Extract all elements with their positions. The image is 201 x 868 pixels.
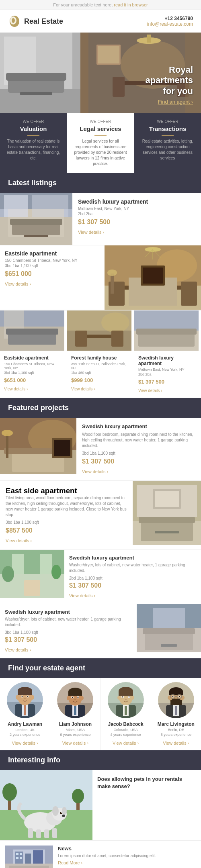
agents-grid: Andry Lawman London, UK 2 years experien… xyxy=(0,678,201,750)
project-2-view-details[interactable]: View details xyxy=(6,538,32,543)
agent-1-name: Andry Lawman xyxy=(3,721,47,727)
svg-rect-189 xyxy=(20,853,22,855)
listing-col-3-details[interactable]: View details xyxy=(138,388,162,393)
interesting-section: Does allowing pets in your rentals make … xyxy=(0,770,201,868)
listing-col-2-details[interactable]: View details xyxy=(71,387,95,391)
project-3-name: Swedish luxury apartment xyxy=(69,555,196,561)
agent-3-experience: 4 years experience xyxy=(104,733,148,737)
interesting-main-image xyxy=(0,770,92,840)
agent-4-view-details[interactable]: View details xyxy=(163,741,189,745)
svg-rect-188 xyxy=(16,857,18,859)
listing-item-2: Eastside apartment 150 Chambers St Tribe… xyxy=(0,245,201,310)
listing-2-name: Eastside apartment xyxy=(5,250,100,257)
listing-1-view-details[interactable]: View details xyxy=(78,230,104,235)
svg-rect-76 xyxy=(139,517,195,523)
topbar-text: For your unreadable text here, xyxy=(53,2,113,7)
listing-item-1: Swedish luxury apartment Midtown East, N… xyxy=(0,193,201,245)
hero-headline: Royal apartments for you xyxy=(145,65,193,96)
listing-col-1-price: $651 000 xyxy=(4,377,63,383)
agents-header: Find your estate agent xyxy=(0,658,201,678)
listing-1-price: $1 307 500 xyxy=(78,219,195,226)
project-2-price: $857 500 xyxy=(6,527,127,534)
listing-1-info: Swedish luxury apartment Midtown East, N… xyxy=(72,193,201,245)
agent-2-view-details[interactable]: View details xyxy=(62,741,88,745)
interesting-news-desc: Lorem ipsum dolor sit amet, consectetur … xyxy=(58,853,196,859)
project-1-view-details[interactable]: View details xyxy=(82,469,108,474)
svg-rect-190 xyxy=(20,857,22,859)
service-divider xyxy=(27,135,39,136)
svg-rect-30 xyxy=(24,235,48,237)
svg-rect-27 xyxy=(32,195,68,217)
agent-1-view-details[interactable]: View details xyxy=(12,741,38,745)
interesting-news-link[interactable]: Read More xyxy=(58,860,82,865)
agent-2-photo xyxy=(57,682,93,718)
listing-2-view-details[interactable]: View details xyxy=(5,282,31,286)
svg-rect-55 xyxy=(75,331,87,347)
agent-1-photo xyxy=(7,682,43,718)
email-link[interactable]: info@real-estate.com xyxy=(147,21,193,27)
svg-rect-77 xyxy=(155,531,179,533)
svg-point-69 xyxy=(2,430,13,436)
svg-rect-93 xyxy=(153,608,185,628)
latest-listings: Swedish luxury apartment Midtown East, N… xyxy=(0,193,201,398)
svg-rect-91 xyxy=(145,632,193,650)
service-legal-desc: Legal services for all requirements of b… xyxy=(72,139,129,167)
service-valuation-desc: The valuation of real estate is basic an… xyxy=(5,139,62,161)
interesting-header: Interesting info xyxy=(0,750,201,770)
svg-point-53 xyxy=(101,312,129,333)
topbar-link[interactable]: read it in browser xyxy=(114,2,148,7)
project-3-price: $1 307 500 xyxy=(69,582,196,589)
project-4-specs: 3bd 1ba 1,100 sqft xyxy=(5,630,132,635)
svg-rect-29 xyxy=(10,219,62,225)
svg-point-137 xyxy=(122,696,123,698)
project-3-info: Swedish luxury apartment Washer/dryer, l… xyxy=(64,550,201,604)
service-legal: We offer Legal services Legal services f… xyxy=(67,113,134,173)
listing-2-specs: 3bd 1ba 1,100 sqft xyxy=(5,263,100,268)
svg-point-168 xyxy=(60,812,62,814)
agent-3-view-details[interactable]: View details xyxy=(113,741,139,745)
svg-rect-132 xyxy=(119,691,133,696)
svg-point-45 xyxy=(107,270,117,276)
svg-rect-185 xyxy=(25,854,31,864)
listing-col-3-specs: 2bd 2ba xyxy=(138,372,197,376)
find-agent-link[interactable]: Find an agent xyxy=(145,99,193,105)
interesting-news: News Lorem ipsum dolor sit amet, consect… xyxy=(0,841,201,868)
listing-col-2-location: 399 11th St #300, Palisades Park, NJ xyxy=(71,362,130,370)
services-bar: We offer Valuation The valuation of real… xyxy=(0,113,201,173)
project-1-image xyxy=(0,418,76,474)
project-2-image xyxy=(133,481,201,549)
project-2-desc: Tiled living area, wood floor bedroom, s… xyxy=(6,495,127,518)
listing-col-1-details[interactable]: View details xyxy=(4,387,28,391)
svg-rect-172 xyxy=(36,829,41,838)
svg-point-104 xyxy=(30,695,34,700)
listing-2-price: $651 000 xyxy=(5,270,100,278)
svg-rect-14 xyxy=(147,35,151,43)
contact-info: +12 3456790 info@real-estate.com xyxy=(147,16,193,27)
service-legal-title: Legal services xyxy=(72,125,129,132)
svg-rect-61 xyxy=(136,329,197,335)
svg-rect-182 xyxy=(9,866,49,868)
svg-rect-40 xyxy=(181,282,197,306)
featured-projects-header: Featured projects xyxy=(0,398,201,418)
listing-col-1-location: 150 Chambers St Tribeca, New York, NY xyxy=(4,362,63,370)
svg-rect-171 xyxy=(28,828,33,838)
svg-point-138 xyxy=(128,696,129,698)
hero-text: Royal apartments for you Find an agent xyxy=(145,65,193,105)
project-4-info: Swedish luxury apartment Washer/dryer, l… xyxy=(0,604,137,658)
svg-point-166 xyxy=(52,806,59,816)
svg-point-2 xyxy=(12,18,15,23)
svg-rect-56 xyxy=(111,331,123,347)
project-4-desc: Washer/dryer, lots of cabinet, new water… xyxy=(5,617,132,628)
svg-rect-114 xyxy=(74,706,76,715)
svg-point-118 xyxy=(67,696,70,700)
agent-4-photo xyxy=(158,682,194,718)
interesting-title: Interesting info xyxy=(8,756,193,764)
svg-point-155 xyxy=(178,696,180,697)
service-valuation: We offer Valuation The valuation of real… xyxy=(0,113,67,173)
svg-rect-186 xyxy=(33,850,43,864)
agent-4-experience: 5 years experience xyxy=(154,733,198,737)
project-3-view-details[interactable]: View details xyxy=(69,593,95,598)
listing-col-1: Eastside apartment 150 Chambers St Tribe… xyxy=(0,351,67,398)
svg-rect-144 xyxy=(175,706,177,715)
project-4-view-details[interactable]: View details xyxy=(5,647,31,652)
